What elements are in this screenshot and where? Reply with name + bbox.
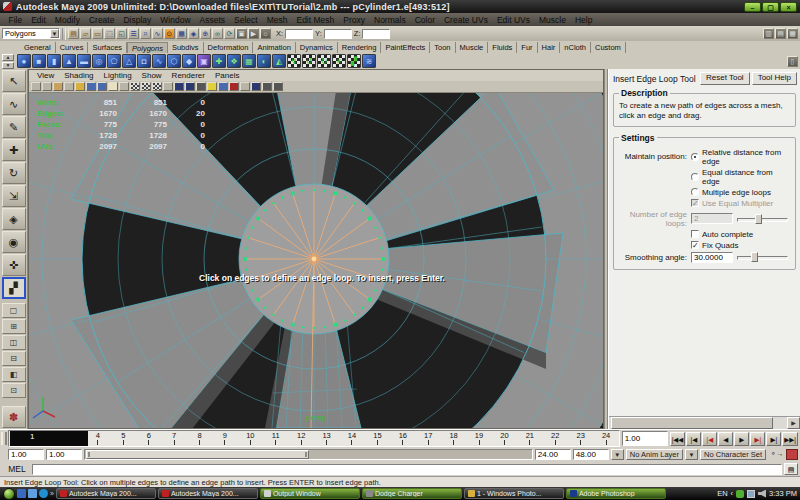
status-icon[interactable]: ▦ bbox=[176, 28, 187, 39]
viewport-toolbar-icon[interactable] bbox=[185, 82, 195, 91]
shelf-tool-icon[interactable]: ◘ bbox=[137, 54, 151, 68]
viewport-toolbar-icon[interactable] bbox=[64, 82, 74, 91]
menu-item[interactable]: Select bbox=[230, 15, 263, 25]
playback-start-input[interactable] bbox=[46, 449, 82, 460]
shelf-tool-icon[interactable]: ◐ bbox=[257, 54, 271, 68]
taskbar-button[interactable]: Autodesk Maya 200... bbox=[158, 488, 258, 499]
menu-item[interactable]: File bbox=[4, 15, 27, 25]
status-icon[interactable]: ⌗ bbox=[140, 28, 151, 39]
shelf-tab[interactable]: Surfaces bbox=[88, 42, 127, 53]
viewport-toolbar-icon[interactable] bbox=[152, 82, 162, 91]
menu-item[interactable]: Modify bbox=[50, 15, 84, 25]
edge-loops-input[interactable] bbox=[691, 213, 733, 224]
status-icon[interactable]: ▶ bbox=[248, 28, 259, 39]
viewport-menu-item[interactable]: Shading bbox=[60, 71, 97, 80]
use-equal-multiplier-checkbox[interactable] bbox=[691, 199, 699, 207]
viewport-menu-item[interactable]: Panels bbox=[211, 71, 243, 80]
panel-hscrollbar[interactable]: ▶ bbox=[609, 416, 800, 429]
viewport-toolbar-icon[interactable] bbox=[218, 82, 228, 91]
toolbox-tool[interactable]: ▞ bbox=[2, 277, 26, 299]
shelf-tool-icon[interactable]: ∿ bbox=[152, 54, 166, 68]
shelf-tool-icon[interactable]: ↯ bbox=[287, 54, 301, 68]
viewport-toolbar-icon[interactable] bbox=[174, 82, 184, 91]
close-button[interactable]: × bbox=[780, 2, 797, 12]
toolbox-tool[interactable]: ◉ bbox=[2, 231, 26, 253]
shelf-tab[interactable]: Toon bbox=[430, 42, 455, 53]
shelf-tool-icon[interactable]: ↻ bbox=[317, 54, 331, 68]
shelf-down-icon[interactable]: ▼ bbox=[2, 62, 14, 69]
wheel-mesh[interactable]: Verts:8518510Edges:1670167020Faces:77577… bbox=[29, 93, 603, 428]
shelf-tab[interactable]: Polygons bbox=[127, 42, 168, 53]
menu-item[interactable]: Create UVs bbox=[439, 15, 492, 25]
smoothing-angle-slider[interactable] bbox=[737, 252, 788, 262]
status-icon[interactable]: ☰ bbox=[128, 28, 139, 39]
shelf-tab[interactable]: Animation bbox=[253, 42, 295, 53]
frame-cell[interactable]: 9 bbox=[212, 431, 237, 446]
menu-item[interactable]: Assets bbox=[195, 15, 230, 25]
status-icon[interactable]: ⟳ bbox=[224, 28, 235, 39]
frame-cell[interactable]: 18 bbox=[441, 431, 466, 446]
menu-item[interactable]: Create bbox=[84, 15, 119, 25]
playback-button[interactable]: ◀ bbox=[718, 432, 733, 446]
title-bar[interactable]: Autodesk Maya 2009 Unlimited: D:\Downloa… bbox=[0, 0, 800, 13]
anim-start-input[interactable] bbox=[8, 449, 44, 460]
y-input[interactable] bbox=[324, 29, 352, 39]
viewport-toolbar-icon[interactable] bbox=[31, 82, 41, 91]
playback-button[interactable]: |◀ bbox=[686, 432, 701, 446]
status-icon[interactable]: ∞ bbox=[212, 28, 223, 39]
menu-set-selector[interactable]: Polygons ▼ bbox=[2, 28, 60, 39]
shelf-tab[interactable]: General bbox=[20, 42, 56, 53]
chevron-down-icon[interactable]: ▼ bbox=[685, 449, 698, 460]
quick-launch-icon[interactable] bbox=[28, 489, 37, 498]
toolbox-tool[interactable]: ↖ bbox=[2, 70, 26, 92]
frame-cell[interactable]: 8 bbox=[187, 431, 212, 446]
radio-equal-distance[interactable] bbox=[691, 173, 699, 181]
viewport-menu-item[interactable]: Show bbox=[138, 71, 166, 80]
toolbox-tool[interactable]: ◈ bbox=[2, 208, 26, 230]
menu-item[interactable]: Edit Mesh bbox=[292, 15, 339, 25]
maximize-button[interactable]: ▢ bbox=[762, 2, 779, 12]
menu-item[interactable]: Proxy bbox=[339, 15, 370, 25]
menu-item[interactable]: Edit UVs bbox=[492, 15, 534, 25]
reset-tool-button[interactable]: Reset Tool bbox=[700, 72, 750, 85]
z-input[interactable] bbox=[362, 29, 390, 39]
edge-loops-slider[interactable] bbox=[737, 214, 788, 224]
mel-label[interactable]: MEL bbox=[2, 464, 32, 474]
viewport-toolbar-icon[interactable] bbox=[75, 82, 85, 91]
shelf-spinner[interactable]: ▲ ▼ bbox=[2, 54, 14, 68]
shelf-tool-icon[interactable]: ▬ bbox=[77, 54, 91, 68]
viewport-toolbar-icon[interactable] bbox=[130, 82, 140, 91]
frame-cell[interactable]: 19 bbox=[466, 431, 491, 446]
viewport-toolbar-icon[interactable] bbox=[42, 82, 52, 91]
shelf-tool-icon[interactable]: ▦ bbox=[242, 54, 256, 68]
status-icon[interactable]: ▭ bbox=[92, 28, 103, 39]
frame-cell[interactable]: 7 bbox=[161, 431, 186, 446]
status-icon[interactable]: ⊕ bbox=[200, 28, 211, 39]
viewport-toolbar-icon[interactable] bbox=[53, 82, 63, 91]
playback-button[interactable]: ▶| bbox=[750, 432, 765, 446]
shelf-tab[interactable]: Deformation bbox=[204, 42, 254, 53]
x-input[interactable] bbox=[285, 29, 313, 39]
frame-cell[interactable]: 17 bbox=[416, 431, 441, 446]
shelf-tool-icon[interactable]: ▞ bbox=[347, 54, 361, 68]
panel-toggle-icon[interactable]: ▤ bbox=[775, 28, 786, 39]
playback-button[interactable]: ▶ bbox=[734, 432, 749, 446]
layout-button[interactable]: ⊟ bbox=[2, 351, 26, 366]
3d-canvas[interactable]: Verts:8518510Edges:1670167020Faces:77577… bbox=[29, 93, 603, 428]
viewport-toolbar-icon[interactable] bbox=[97, 82, 107, 91]
frame-cell[interactable]: 6 bbox=[136, 431, 161, 446]
shelf-tool-icon[interactable]: ▲ bbox=[62, 54, 76, 68]
status-icon[interactable]: ▤ bbox=[68, 28, 79, 39]
status-icon[interactable]: ⊙ bbox=[164, 28, 175, 39]
network-icon[interactable] bbox=[747, 490, 755, 498]
shelf-tool-icon[interactable]: ↺ bbox=[302, 54, 316, 68]
quick-launch-icon[interactable] bbox=[17, 489, 26, 498]
shelf-tool-icon[interactable]: ≋ bbox=[362, 54, 376, 68]
status-icon[interactable]: ∿ bbox=[152, 28, 163, 39]
smoothing-angle-input[interactable] bbox=[691, 252, 733, 263]
viewport-toolbar-icon[interactable] bbox=[119, 82, 129, 91]
frame-cell[interactable]: 15 bbox=[365, 431, 390, 446]
playback-button[interactable]: ▶▶| bbox=[782, 432, 798, 446]
status-icon[interactable]: ▣ bbox=[236, 28, 247, 39]
taskbar-button[interactable]: Autodesk Maya 200... bbox=[56, 488, 156, 499]
